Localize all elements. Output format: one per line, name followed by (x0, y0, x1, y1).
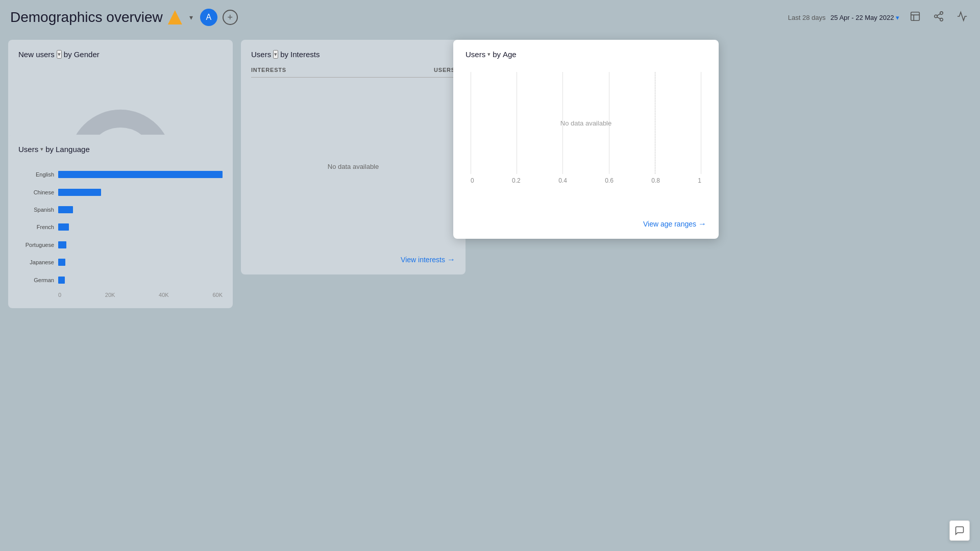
gender-dimension: Gender (74, 50, 100, 59)
language-bar-container (58, 206, 223, 213)
age-x-5: 1 (698, 177, 701, 184)
view-interests-link[interactable]: View interests → (251, 255, 455, 264)
view-age-label: View age ranges (643, 220, 696, 228)
gender-metric: New users (18, 50, 55, 59)
language-bar (58, 206, 73, 213)
col-users: USERS (434, 67, 455, 73)
arrow-icon: → (698, 219, 706, 229)
lang-x-label: 0 (58, 292, 61, 298)
list-item: English (18, 171, 223, 178)
svg-rect-0 (911, 12, 920, 20)
gender-metric-dropdown[interactable]: ▾ (57, 50, 62, 59)
language-bar (58, 223, 69, 231)
age-x-4: 0.8 (651, 177, 660, 184)
interests-separator: by (280, 50, 288, 59)
lang-x-label: 60K (212, 292, 223, 298)
list-item: Chinese (18, 189, 223, 196)
explore-icon-button[interactable] (954, 9, 970, 27)
date-range-value: 25 Apr - 22 May 2022 (830, 14, 894, 21)
language-bar-container (58, 259, 223, 266)
interests-dimension: Interests (290, 50, 320, 59)
language-bar (58, 189, 101, 196)
avatar-button[interactable]: A (200, 9, 217, 26)
list-item: German (18, 277, 223, 284)
edit-icon-button[interactable] (908, 9, 923, 27)
gridline-5 (701, 72, 701, 174)
list-item: French (18, 223, 223, 231)
list-item: Japanese (18, 259, 223, 266)
interests-table-header: INTERESTS USERS (251, 67, 455, 78)
gender-card-title: New users ▾ by Gender (18, 50, 223, 59)
lang-x-label: 20K (105, 292, 115, 298)
main-content: New users ▾ by Gender No data available … (0, 35, 980, 313)
date-range: Last 28 days 25 Apr - 22 May 2022 ▾ (788, 14, 899, 21)
gridline-4 (655, 72, 655, 174)
language-card: Users ▾ by Language EnglishChineseSpanis… (8, 135, 233, 308)
language-metric: Users (18, 145, 38, 154)
language-label: Portuguese (18, 242, 54, 248)
language-card-title: Users ▾ by Language (18, 145, 223, 154)
page-title: Demographics overview (10, 9, 163, 26)
lang-x-labels: 020K40K60K (58, 292, 223, 298)
arrow-icon: → (447, 255, 455, 264)
language-label: French (18, 224, 54, 230)
date-range-label: Last 28 days (788, 14, 826, 21)
interests-card-title: Users ▾ by Interests (251, 50, 455, 59)
language-chart: EnglishChineseSpanishFrenchPortugueseJap… (18, 166, 223, 289)
age-x-3: 0.6 (605, 177, 614, 184)
age-metric: Users (465, 50, 485, 59)
lang-x-label: 40K (159, 292, 169, 298)
interests-metric: Users (251, 50, 271, 59)
language-label: Chinese (18, 189, 54, 195)
view-age-link[interactable]: View age ranges → (465, 219, 706, 229)
interests-table: INTERESTS USERS No data available (251, 67, 455, 255)
title-dropdown-button[interactable]: ▾ (187, 11, 195, 23)
language-bar (58, 259, 65, 266)
age-chart: No data available 0 0.2 0.4 0.6 0.8 1 (465, 72, 706, 219)
svg-line-7 (937, 13, 940, 15)
age-x-0: 0 (471, 177, 474, 184)
list-item: Spanish (18, 206, 223, 213)
language-bar-container (58, 241, 223, 248)
interests-metric-dropdown[interactable]: ▾ (273, 50, 278, 59)
language-label: German (18, 277, 54, 283)
language-label: English (18, 171, 54, 178)
list-item: Portuguese (18, 241, 223, 248)
language-metric-dropdown[interactable]: ▾ (40, 146, 43, 153)
age-separator: by (493, 50, 501, 59)
svg-line-6 (937, 17, 940, 19)
gridline-0 (471, 72, 471, 174)
gender-separator: by (64, 50, 72, 59)
interests-card: Users ▾ by Interests INTERESTS USERS No … (241, 40, 465, 274)
language-dimension: Language (56, 145, 90, 154)
interests-no-data: No data available (251, 78, 455, 255)
language-label: Spanish (18, 207, 54, 213)
language-bar-container (58, 277, 223, 284)
language-bar-container (58, 171, 223, 178)
svg-point-4 (935, 15, 938, 18)
language-bar-container (58, 223, 223, 231)
warning-triangle-icon (168, 10, 182, 24)
language-bar (58, 241, 66, 248)
age-card-title: Users ▾ by Age (465, 50, 706, 59)
view-interests-label: View interests (401, 256, 445, 264)
add-button[interactable]: + (223, 10, 238, 25)
language-label: Japanese (18, 259, 54, 265)
age-metric-dropdown[interactable]: ▾ (487, 51, 491, 58)
date-dropdown-button[interactable]: ▾ (896, 14, 899, 21)
gridline-1 (517, 72, 517, 174)
language-bar (58, 171, 223, 178)
age-x-labels: 0 0.2 0.4 0.6 0.8 1 (471, 177, 701, 184)
col-interests: INTERESTS (251, 67, 286, 73)
age-chart-inner: No data available (471, 72, 701, 174)
language-separator: by (45, 145, 54, 154)
svg-point-5 (940, 18, 943, 20)
header: Demographics overview ▾ A + Last 28 days… (0, 0, 980, 35)
plus-icon: + (228, 12, 233, 23)
share-icon-button[interactable] (931, 9, 946, 27)
header-left: Demographics overview ▾ A + (10, 9, 238, 26)
feedback-button[interactable] (949, 520, 970, 541)
svg-point-3 (940, 11, 943, 14)
age-x-2: 0.4 (558, 177, 567, 184)
age-no-data: No data available (560, 119, 611, 127)
